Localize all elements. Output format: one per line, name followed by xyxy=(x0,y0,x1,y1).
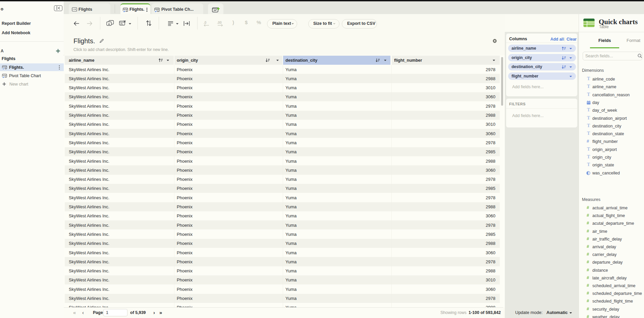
svg-text:.0: .0 xyxy=(204,21,207,24)
svg-text:.00: .00 xyxy=(217,21,222,24)
